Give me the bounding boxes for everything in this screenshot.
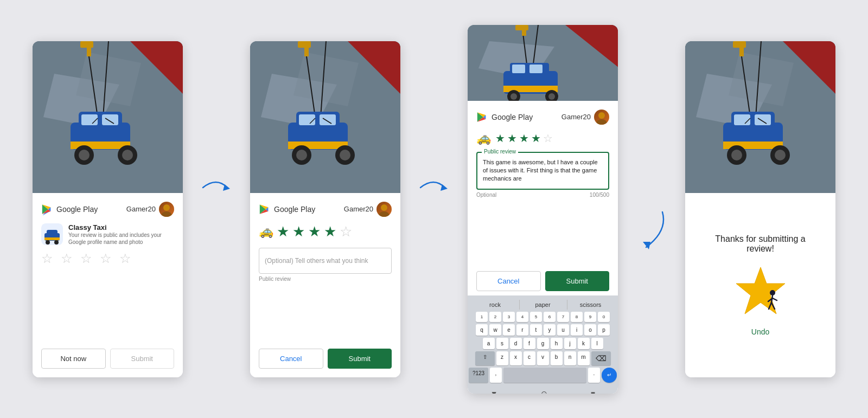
- key-l[interactable]: l: [591, 338, 603, 349]
- google-play-icon: [41, 203, 53, 215]
- cancel-button-2[interactable]: Cancel: [259, 349, 323, 369]
- key-p[interactable]: p: [598, 324, 610, 336]
- svg-rect-12: [81, 114, 98, 125]
- p2-star-5[interactable]: ☆: [340, 223, 352, 240]
- arrow-3: [635, 209, 668, 253]
- key-u[interactable]: u: [557, 324, 569, 336]
- google-play-icon-2: [259, 203, 271, 215]
- svg-rect-59: [522, 30, 526, 36]
- gp-logo-3: Google Play: [476, 111, 533, 123]
- cancel-button-3[interactable]: Cancel: [476, 271, 541, 291]
- filled-stars-3: ★ ★ ★ ★ ☆: [495, 132, 553, 145]
- gp-username-1: Gamer20: [126, 205, 156, 213]
- star-1-3[interactable]: ☆: [80, 252, 95, 267]
- gp-user-3: Gamer20: [561, 110, 609, 125]
- key-b[interactable]: b: [551, 351, 563, 365]
- submit-button-1: Submit: [110, 349, 175, 369]
- key-3[interactable]: 3: [503, 312, 515, 322]
- key-backspace[interactable]: ⌫: [591, 351, 611, 365]
- star-1-4[interactable]: ☆: [100, 252, 115, 267]
- app-info-1: Classy Taxi Your review is public and in…: [41, 223, 174, 246]
- key-enter[interactable]: ↵: [602, 368, 617, 383]
- stars-row-3: 🚕 ★ ★ ★ ★ ☆: [476, 131, 609, 145]
- svg-point-71: [596, 119, 607, 125]
- p2-star-3[interactable]: ★: [308, 223, 321, 240]
- stars-row-2: 🚕 ★ ★ ★ ★ ☆: [259, 223, 392, 240]
- star3-5[interactable]: ☆: [543, 132, 553, 145]
- key-7[interactable]: 7: [557, 312, 569, 322]
- nav-square-icon[interactable]: ■: [591, 389, 595, 394]
- star3-4[interactable]: ★: [531, 132, 541, 145]
- star3-3[interactable]: ★: [519, 132, 529, 145]
- suggestion-1[interactable]: rock: [472, 300, 518, 310]
- key-o[interactable]: o: [584, 324, 596, 336]
- svg-rect-25: [44, 237, 60, 240]
- star3-2[interactable]: ★: [507, 132, 517, 145]
- svg-point-27: [46, 240, 50, 245]
- key-c[interactable]: c: [524, 351, 535, 365]
- key-4[interactable]: 4: [516, 312, 528, 322]
- key-period[interactable]: .: [588, 368, 600, 383]
- key-row-asdf: a s d f g h j k l: [469, 338, 617, 349]
- key-k[interactable]: k: [578, 338, 590, 349]
- key-x[interactable]: x: [510, 351, 522, 365]
- key-j[interactable]: j: [564, 338, 576, 349]
- gp-header-2: Google Play Gamer20: [259, 202, 392, 217]
- review-textarea-2[interactable]: (Optional) Tell others what you think: [259, 248, 392, 274]
- key-h[interactable]: h: [551, 338, 563, 349]
- key-2[interactable]: 2: [489, 312, 501, 322]
- game-preview-4: [685, 41, 835, 193]
- star-1-5[interactable]: ☆: [119, 252, 135, 267]
- key-a[interactable]: a: [483, 338, 495, 349]
- key-t[interactable]: t: [530, 324, 542, 336]
- key-z[interactable]: z: [496, 351, 508, 365]
- svg-rect-65: [529, 65, 542, 73]
- key-0[interactable]: 0: [598, 312, 610, 322]
- key-5[interactable]: 5: [530, 312, 542, 322]
- key-comma[interactable]: ,: [490, 368, 502, 383]
- key-g[interactable]: g: [537, 338, 549, 349]
- game-preview-2: [250, 41, 400, 193]
- suggestion-2[interactable]: paper: [519, 300, 566, 310]
- key-f[interactable]: f: [524, 338, 535, 349]
- key-y[interactable]: y: [544, 324, 556, 336]
- key-e[interactable]: e: [503, 324, 515, 336]
- key-6[interactable]: 6: [544, 312, 556, 322]
- svg-point-45: [296, 150, 307, 160]
- gp-username-3: Gamer20: [561, 113, 591, 121]
- key-r[interactable]: r: [516, 324, 528, 336]
- p2-star-1[interactable]: ★: [277, 223, 289, 240]
- svg-point-90: [775, 150, 786, 160]
- key-shift[interactable]: ⇧: [475, 351, 495, 365]
- key-q[interactable]: q: [476, 324, 488, 336]
- key-num[interactable]: ?123: [469, 368, 488, 383]
- nav-down-icon[interactable]: ▼: [490, 389, 498, 394]
- key-space[interactable]: [503, 368, 586, 383]
- svg-point-28: [54, 240, 59, 245]
- nav-home-icon[interactable]: ⊙: [541, 389, 547, 394]
- star3-1[interactable]: ★: [495, 132, 505, 145]
- suggestion-3[interactable]: scissors: [567, 300, 614, 310]
- key-w[interactable]: w: [489, 324, 501, 336]
- key-m[interactable]: m: [578, 351, 590, 365]
- star-1-1[interactable]: ☆: [41, 252, 56, 267]
- star-1-2[interactable]: ☆: [61, 252, 76, 267]
- not-now-button[interactable]: Not now: [41, 349, 106, 369]
- review-textarea-3[interactable]: Public review This game is awesome, but …: [476, 152, 609, 190]
- key-d[interactable]: d: [510, 338, 522, 349]
- svg-point-21: [163, 204, 170, 211]
- submit-button-3[interactable]: Submit: [545, 271, 610, 291]
- key-8[interactable]: 8: [571, 312, 583, 322]
- key-n[interactable]: n: [564, 351, 576, 365]
- key-i[interactable]: i: [571, 324, 583, 336]
- app-description-1: Your review is public and includes your …: [68, 231, 174, 246]
- submit-button-2[interactable]: Submit: [328, 349, 392, 369]
- key-v[interactable]: v: [537, 351, 549, 365]
- undo-link[interactable]: Undo: [751, 327, 769, 336]
- p2-star-2[interactable]: ★: [292, 223, 305, 240]
- key-s[interactable]: s: [496, 338, 508, 349]
- game-preview-1: [33, 41, 183, 193]
- key-1[interactable]: 1: [476, 312, 488, 322]
- key-9[interactable]: 9: [584, 312, 596, 322]
- p2-star-4[interactable]: ★: [324, 223, 336, 240]
